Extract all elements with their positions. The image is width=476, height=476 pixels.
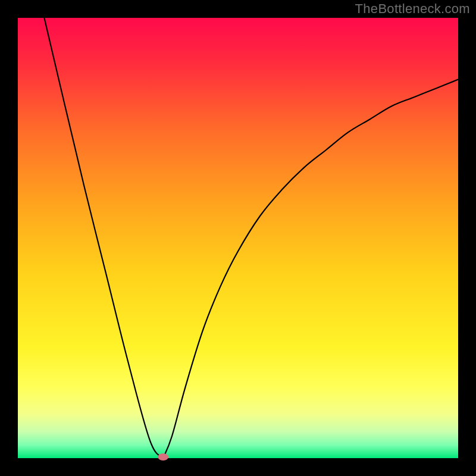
minimum-marker [158,453,168,461]
plot-background [18,18,458,458]
watermark-text: TheBottleneck.com [355,1,470,17]
bottleneck-chart [0,0,476,476]
chart-frame: TheBottleneck.com [0,0,476,476]
